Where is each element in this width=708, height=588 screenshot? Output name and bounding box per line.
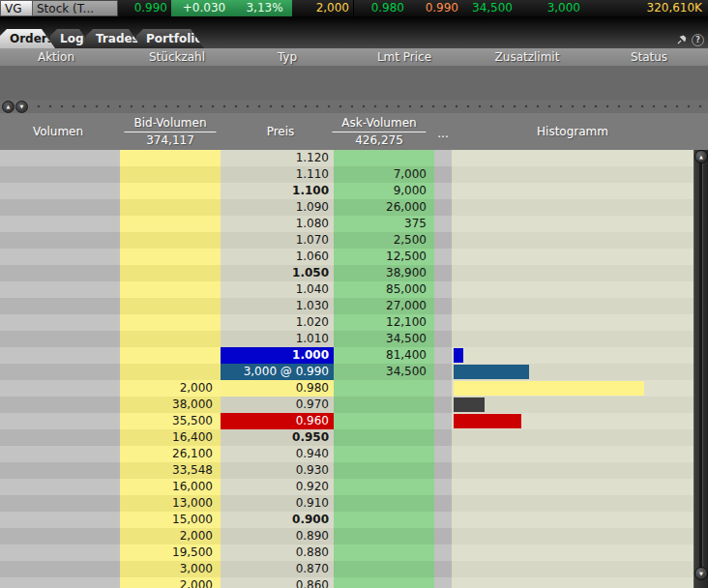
orders-column-header-1[interactable]: Aktion [38, 48, 74, 66]
tab-trades[interactable]: Trades [86, 29, 142, 48]
ask-volume-cell[interactable]: 85,000 [334, 281, 434, 298]
bid-volume-cell[interactable] [120, 265, 221, 281]
bid-volume-cell[interactable]: 19,500 [120, 544, 221, 561]
tab-portfolio[interactable]: Portfolio [136, 29, 204, 48]
bid-volume-cell[interactable] [120, 298, 221, 314]
bid-volume-cell[interactable]: 16,400 [120, 429, 221, 446]
bid-volume-cell[interactable]: 3,000 [120, 561, 221, 577]
ask-volume-cell[interactable] [334, 512, 434, 528]
histogramm-column-header[interactable]: Histogramm [537, 113, 608, 150]
help-icon[interactable]: ? [692, 34, 704, 46]
ask-volume-cell[interactable]: 26,000 [334, 199, 434, 216]
ask-volume-cell[interactable] [334, 380, 434, 397]
ask-volume-cell[interactable] [334, 429, 434, 446]
ask-volume-cell[interactable]: 12,500 [334, 249, 434, 265]
price-cell[interactable]: 1.080 [221, 216, 334, 232]
orders-column-header-5[interactable]: Zusatzlimit [495, 48, 560, 66]
price-cell[interactable]: 1.050 [221, 265, 334, 281]
orders-column-header-2[interactable]: Stückzahl [149, 48, 205, 66]
bid-volume-cell[interactable]: 26,100 [120, 446, 221, 462]
ask-volume-cell[interactable] [334, 577, 434, 588]
orders-column-header-3[interactable]: Typ [278, 48, 297, 66]
bid-volume-cell[interactable] [120, 364, 221, 380]
ask-volume-cell[interactable]: 2,500 [334, 232, 434, 249]
bid-volume-cell[interactable]: 33,548 [120, 462, 221, 479]
bid-volume-cell[interactable] [120, 314, 221, 331]
bid-volume-cell[interactable] [120, 347, 221, 364]
symbol-cell[interactable]: VG [0, 0, 33, 16]
price-cell[interactable]: 1.120 [221, 150, 334, 166]
ask-volume-cell[interactable]: 12,100 [334, 314, 434, 331]
price-cell[interactable]: 0.970 [221, 397, 334, 413]
price-cell[interactable]: 1.110 [221, 166, 334, 183]
ask-volume-cell[interactable]: 38,900 [334, 265, 434, 281]
bid-volume-cell[interactable] [120, 199, 221, 216]
ask-volume-cell[interactable] [334, 397, 434, 413]
price-cell[interactable]: 1.020 [221, 314, 334, 331]
price-cell[interactable]: 1.010 [221, 331, 334, 347]
volumen-column-header[interactable]: Volumen [33, 113, 83, 150]
splitter-drag-handle[interactable] [33, 104, 706, 108]
price-cell[interactable]: 1.060 [221, 249, 334, 265]
orders-column-header-6[interactable]: Status [631, 48, 667, 66]
splitter-collapse-up-button[interactable]: ▲ [2, 101, 15, 113]
ask-volume-cell[interactable]: 34,500 [334, 364, 434, 380]
bid-volume-cell[interactable] [120, 281, 221, 298]
scroll-up-button[interactable]: ▲ [694, 150, 708, 163]
bid-volumen-column-header[interactable]: Bid-Volumen 374,117 [124, 115, 216, 148]
ask-volume-cell[interactable] [334, 413, 434, 429]
price-cell[interactable]: 0.920 [221, 479, 334, 495]
ask-volume-cell[interactable] [334, 462, 434, 479]
orders-column-header-4[interactable]: Lmt Price [377, 48, 431, 66]
ask-volume-cell[interactable] [334, 561, 434, 577]
ask-volume-cell[interactable]: 7,000 [334, 166, 434, 183]
price-cell[interactable]: 0.960 [221, 413, 334, 429]
price-cell[interactable]: 1.000 [221, 347, 334, 364]
ask-volume-cell[interactable]: 9,000 [334, 183, 434, 199]
bid-volume-cell[interactable]: 2,000 [120, 528, 221, 544]
tab-orders[interactable]: Orders [0, 29, 55, 48]
scroll-down-button[interactable]: ▼ [694, 567, 708, 580]
price-cell[interactable]: 1.030 [221, 298, 334, 314]
ask-volume-cell[interactable]: 34,500 [334, 331, 434, 347]
bid-volume-cell[interactable]: 35,500 [120, 413, 221, 429]
price-cell[interactable]: 0.940 [221, 446, 334, 462]
ladder-scrollbar[interactable]: ▲ ▼ [693, 150, 708, 588]
bid-volume-cell[interactable] [120, 232, 221, 249]
scrollbar-track[interactable] [699, 162, 703, 573]
bid-volume-cell[interactable]: 2,000 [120, 577, 221, 588]
preis-column-header[interactable]: Preis [267, 113, 295, 150]
instrument-cell[interactable]: Stock (T... [33, 0, 118, 16]
price-cell[interactable]: 0.870 [221, 561, 334, 577]
ask-volume-cell[interactable] [334, 446, 434, 462]
bid-volume-cell[interactable]: 13,000 [120, 495, 221, 512]
price-cell[interactable]: 0.910 [221, 495, 334, 512]
ask-volume-cell[interactable] [334, 150, 434, 166]
pin-icon[interactable] [675, 34, 688, 46]
ask-volume-cell[interactable]: 81,400 [334, 347, 434, 364]
price-cell[interactable]: 0.980 [221, 380, 334, 397]
bid-volume-cell[interactable] [120, 216, 221, 232]
ask-volume-cell[interactable] [334, 495, 434, 512]
price-cell[interactable]: 1.100 [221, 183, 334, 199]
price-cell[interactable]: 0.880 [221, 544, 334, 561]
bid-volume-cell[interactable]: 2,000 [120, 380, 221, 397]
more-column-header[interactable]: ... [437, 126, 448, 142]
bid-volume-cell[interactable] [120, 183, 221, 199]
bid-volume-cell[interactable] [120, 150, 221, 166]
ask-volume-cell[interactable]: 375 [334, 216, 434, 232]
bid-volume-cell[interactable] [120, 249, 221, 265]
price-cell[interactable]: 1.040 [221, 281, 334, 298]
ask-volumen-column-header[interactable]: Ask-Volumen 426,275 [332, 115, 426, 148]
price-cell[interactable]: 0.900 [221, 512, 334, 528]
ask-volume-cell[interactable] [334, 544, 434, 561]
bid-volume-cell[interactable] [120, 166, 221, 183]
price-cell[interactable]: 0.890 [221, 528, 334, 544]
bid-volume-cell[interactable]: 15,000 [120, 512, 221, 528]
price-cell[interactable]: 1.070 [221, 232, 334, 249]
bid-volume-cell[interactable]: 16,000 [120, 479, 221, 495]
splitter-collapse-down-button[interactable]: ▼ [15, 101, 28, 113]
price-cell[interactable]: 0.950 [221, 429, 334, 446]
ask-volume-cell[interactable] [334, 479, 434, 495]
ask-volume-cell[interactable]: 27,000 [334, 298, 434, 314]
